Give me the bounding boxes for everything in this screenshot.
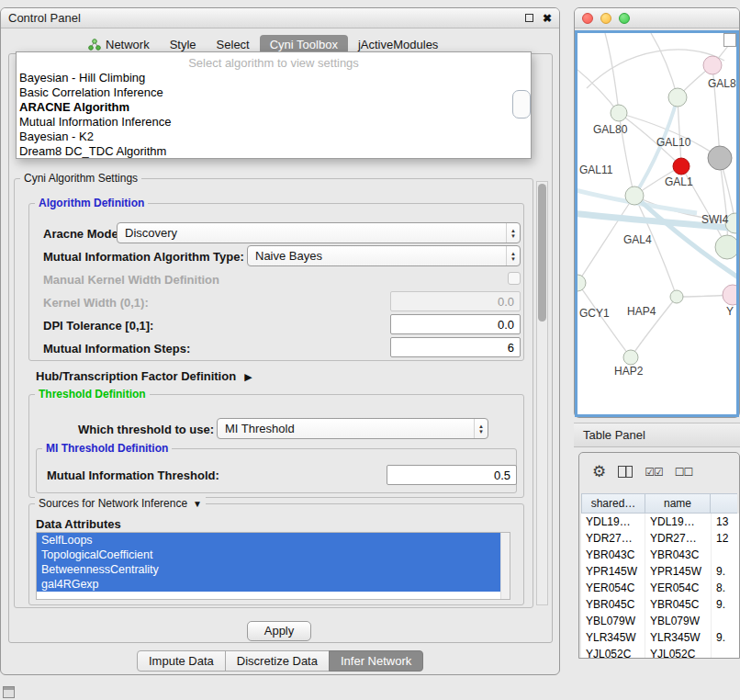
network-node[interactable]	[611, 105, 627, 121]
cell: YER054C	[645, 580, 712, 596]
table-row[interactable]: YER054CYER054C8.	[581, 580, 739, 596]
gear-icon[interactable]: ⚙	[592, 464, 606, 480]
deselect-all-columns-icon[interactable]: ☐☐	[675, 466, 693, 479]
cell: YBR045C	[645, 596, 712, 613]
table-row[interactable]: YDR27…YDR27…12	[581, 530, 739, 547]
list-scrollbar[interactable]	[500, 533, 510, 599]
network-node[interactable]	[673, 158, 690, 175]
combo-stepper-icon[interactable]: ▲ ▼	[506, 246, 520, 265]
list-item[interactable]: BetweennessCentrality	[37, 562, 500, 577]
cell: 9.	[712, 629, 739, 646]
close-traffic-light-icon[interactable]	[582, 13, 593, 24]
column-header-name[interactable]: name	[645, 493, 711, 514]
table-row[interactable]: YBR045CYBR045C9.	[581, 596, 739, 613]
combo-stepper-icon[interactable]: ▲ ▼	[474, 419, 488, 438]
cell: YPR145W	[645, 563, 712, 580]
kernel-width-field[interactable]	[390, 291, 521, 311]
table-row[interactable]: YBL079WYBL079W	[581, 613, 739, 629]
combo-stepper-icon[interactable]: ▲ ▼	[506, 223, 520, 243]
network-node[interactable]	[708, 146, 732, 170]
tab-impute-data[interactable]: Impute Data	[137, 650, 226, 672]
dpi-tolerance-field[interactable]	[390, 314, 521, 334]
table-header-row: shared… name	[581, 493, 739, 514]
table-row[interactable]: YLR345WYLR345W9.	[581, 629, 739, 646]
network-node[interactable]	[623, 350, 638, 365]
cell: YLR345W	[645, 629, 712, 646]
kernel-width-label: Kernel Width (0,1):	[43, 297, 149, 310]
node-label: GAL80	[593, 123, 628, 136]
apply-button[interactable]: Apply	[247, 621, 311, 641]
collapse-right-icon[interactable]: ▶	[244, 371, 252, 383]
control-panel-window: Control Panel ✖ Network Style Select Cyn…	[0, 7, 560, 675]
tab-discretize-data[interactable]: Discretize Data	[225, 650, 330, 672]
settings-scrollbar-thumb[interactable]	[538, 184, 546, 322]
float-window-icon[interactable]	[525, 14, 533, 22]
close-icon[interactable]: ✖	[543, 13, 552, 24]
aracne-mode-combo[interactable]: Discovery ▲ ▼	[117, 222, 521, 243]
table-row[interactable]: YBR043CYBR043C	[581, 547, 739, 563]
column-header-partial[interactable]	[710, 493, 737, 514]
network-node[interactable]	[625, 186, 644, 205]
control-panel-title: Control Panel	[8, 11, 81, 25]
tab-infer-network[interactable]: Infer Network	[329, 650, 423, 672]
sources-group-title-row[interactable]: Sources for Network Inference ▼	[35, 497, 206, 510]
table-row[interactable]: YDL19…YDL19…13	[581, 514, 739, 530]
expand-down-icon[interactable]: ▼	[193, 499, 202, 509]
network-node[interactable]	[670, 290, 683, 303]
network-window-titlebar[interactable]	[575, 8, 739, 28]
cell: YBR045C	[581, 596, 645, 613]
select-all-columns-icon[interactable]: ☑☑	[645, 466, 663, 479]
minimized-panel-icon[interactable]	[3, 686, 15, 698]
list-item[interactable]: SelfLoops	[37, 533, 500, 548]
network-node[interactable]	[723, 285, 738, 305]
aracne-mode-label: Aracne Mode:	[43, 228, 122, 241]
column-header-shared-name[interactable]: shared…	[581, 493, 645, 514]
zoom-traffic-light-icon[interactable]	[619, 13, 630, 24]
node-label: GCY1	[579, 307, 610, 320]
cell: YDL19…	[645, 514, 712, 530]
node-label: SWI4	[701, 213, 729, 226]
cell: YJL052C	[581, 646, 645, 658]
mi-threshold-field[interactable]	[387, 465, 517, 485]
mi-algorithm-type-value: Naive Bayes	[255, 249, 506, 263]
settings-group-title: Cyni Algorithm Settings	[20, 172, 141, 185]
which-threshold-label: Which threshold to use:	[78, 423, 214, 436]
dropdown-item-selected[interactable]: ARACNE Algorithm	[17, 100, 531, 115]
columns-icon[interactable]	[618, 466, 633, 478]
control-panel-titlebar[interactable]: Control Panel ✖	[1, 8, 559, 28]
stepper-down-icon: ▼	[510, 233, 516, 239]
minimize-traffic-light-icon[interactable]	[600, 13, 611, 24]
cell: YDL19…	[581, 514, 645, 530]
network-node[interactable]	[703, 56, 722, 74]
network-view-window: GAL80 GAL80 GAL10 GAL11 GAL1 SWI4 GAL4 G…	[574, 7, 740, 418]
table-row[interactable]: YPR145WYPR145W9.	[581, 563, 739, 580]
cell: 8.	[712, 580, 739, 596]
which-threshold-combo[interactable]: MI Threshold ▲ ▼	[217, 418, 488, 439]
table-row[interactable]: YJL052CYJL052C	[581, 646, 739, 658]
hub-definition-label: Hub/Transcription Factor Definition	[36, 370, 236, 383]
network-node[interactable]	[577, 275, 586, 291]
list-item[interactable]: TopologicalCoefficient	[37, 548, 500, 562]
dropdown-item[interactable]: Bayesian - Hill Climbing	[17, 71, 531, 85]
hub-definition-section[interactable]: Hub/Transcription Factor Definition ▶	[36, 370, 252, 383]
table-toolbar: ⚙ ☑☑ ☐☐	[592, 464, 692, 480]
network-node[interactable]	[668, 88, 687, 107]
cell: YBL079W	[645, 613, 712, 629]
obscured-help-button[interactable]	[512, 90, 531, 119]
list-item[interactable]: gal4RGexp	[37, 577, 500, 592]
table-panel-bar[interactable]: Table Panel	[574, 423, 740, 447]
mi-steps-field[interactable]	[390, 337, 521, 357]
birdseye-toggle[interactable]	[723, 33, 736, 47]
dropdown-item[interactable]: Bayesian - K2	[17, 130, 531, 144]
network-node[interactable]	[715, 235, 738, 259]
manual-kernel-checkbox[interactable]	[508, 272, 521, 285]
mi-algorithm-type-combo[interactable]: Naive Bayes ▲ ▼	[247, 245, 521, 266]
dropdown-item[interactable]: Basic Correlation Inference	[17, 85, 531, 100]
network-canvas[interactable]: GAL80 GAL80 GAL10 GAL11 GAL1 SWI4 GAL4 G…	[575, 30, 739, 417]
threshold-definition-title: Threshold Definition	[35, 388, 150, 401]
cell: YDR27…	[581, 530, 645, 547]
dropdown-item[interactable]: Dream8 DC_TDC Algorithm	[17, 144, 531, 159]
dropdown-placeholder[interactable]: Select algorithm to view settings	[17, 55, 531, 71]
settings-scrollbar[interactable]	[536, 181, 548, 605]
dropdown-item[interactable]: Mutual Information Inference	[17, 115, 531, 130]
